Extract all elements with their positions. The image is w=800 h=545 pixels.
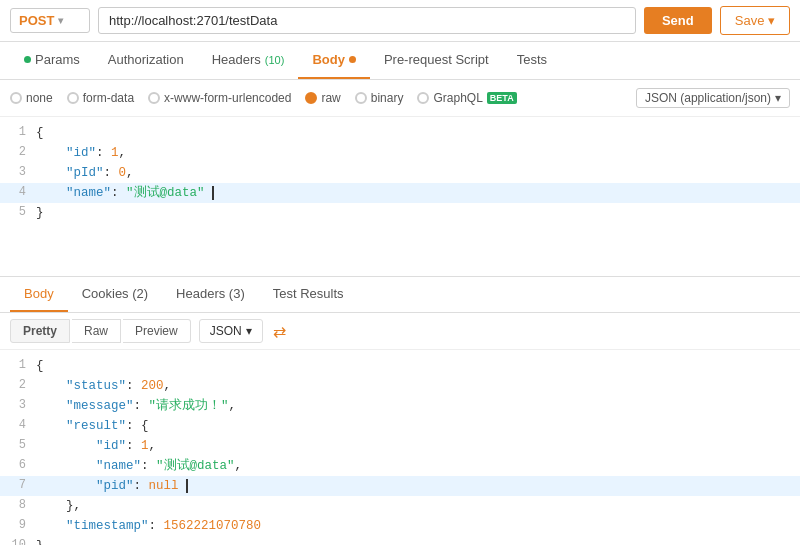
body-type-urlencoded[interactable]: x-www-form-urlencoded — [148, 91, 291, 105]
res-line-6: 6 "name": "测试@data", — [0, 456, 800, 476]
form-data-label: form-data — [83, 91, 134, 105]
graphql-label: GraphQL — [433, 91, 482, 105]
radio-binary — [355, 92, 367, 104]
raw-label: raw — [321, 91, 340, 105]
radio-none — [10, 92, 22, 104]
response-code-area[interactable]: 1 { 2 "status": 200, 3 "message": "请求成功！… — [0, 350, 800, 545]
method-select[interactable]: POST ▾ — [10, 8, 90, 33]
json-type-label: JSON (application/json) — [645, 91, 771, 105]
res-linenum-3: 3 — [0, 396, 36, 415]
tab-tests[interactable]: Tests — [503, 42, 561, 79]
response-tab-cookies[interactable]: Cookies (2) — [68, 277, 162, 312]
request-code-area[interactable]: 1 { 2 "id": 1, 3 "pId": 0, 4 "name": "测试… — [0, 117, 800, 277]
tab-pre-request[interactable]: Pre-request Script — [370, 42, 503, 79]
req-content-5: } — [36, 203, 44, 223]
radio-urlencoded — [148, 92, 160, 104]
res-content-9: "timestamp": 1562221070780 — [36, 516, 261, 536]
req-line-5: 5 } — [0, 203, 800, 223]
body-type-raw[interactable]: raw — [305, 91, 340, 105]
tab-body-label: Body — [312, 52, 345, 67]
res-line-5: 5 "id": 1, — [0, 436, 800, 456]
tab-tests-label: Tests — [517, 52, 547, 67]
body-type-bar: none form-data x-www-form-urlencoded raw… — [0, 80, 800, 117]
body-type-graphql[interactable]: GraphQL BETA — [417, 91, 516, 105]
url-bar: POST ▾ Send Save ▾ — [0, 0, 800, 42]
response-test-results-label: Test Results — [273, 286, 344, 301]
response-tab-test-results[interactable]: Test Results — [259, 277, 358, 312]
response-json-label: JSON — [210, 324, 242, 338]
response-json-dropdown[interactable]: JSON ▾ — [199, 319, 263, 343]
wrap-icon[interactable]: ⇄ — [273, 322, 286, 341]
params-dot — [24, 56, 31, 63]
tab-authorization[interactable]: Authorization — [94, 42, 198, 79]
req-linenum-3: 3 — [0, 163, 36, 182]
req-line-4: 4 "name": "测试@data" — [0, 183, 800, 203]
response-json-chevron-icon: ▾ — [246, 324, 252, 338]
res-content-10: } — [36, 536, 44, 545]
response-tab-body[interactable]: Body — [10, 277, 68, 312]
res-content-8: }, — [36, 496, 81, 516]
res-line-7: 7 "pid": null — [0, 476, 800, 496]
req-line-3: 3 "pId": 0, — [0, 163, 800, 183]
req-linenum-2: 2 — [0, 143, 36, 162]
json-dropdown-chevron-icon: ▾ — [775, 91, 781, 105]
req-line-1: 1 { — [0, 123, 800, 143]
req-linenum-4: 4 — [0, 183, 36, 202]
res-linenum-1: 1 — [0, 356, 36, 375]
radio-raw — [305, 92, 317, 104]
res-content-6: "name": "测试@data", — [36, 456, 242, 476]
method-chevron-icon: ▾ — [58, 15, 63, 26]
preview-button[interactable]: Preview — [123, 319, 191, 343]
tab-params[interactable]: Params — [10, 42, 94, 79]
body-type-binary[interactable]: binary — [355, 91, 404, 105]
response-headers-label: Headers (3) — [176, 286, 245, 301]
tab-body[interactable]: Body — [298, 42, 370, 79]
req-content-4: "name": "测试@data" — [36, 183, 214, 203]
res-content-7: "pid": null — [36, 476, 188, 496]
tab-authorization-label: Authorization — [108, 52, 184, 67]
res-linenum-8: 8 — [0, 496, 36, 515]
res-linenum-2: 2 — [0, 376, 36, 395]
res-content-3: "message": "请求成功！", — [36, 396, 236, 416]
res-line-1: 1 { — [0, 356, 800, 376]
save-button[interactable]: Save ▾ — [720, 6, 790, 35]
response-body-label: Body — [24, 286, 54, 301]
tab-headers-label: Headers — [212, 52, 261, 67]
send-button[interactable]: Send — [644, 7, 712, 34]
res-content-4: "result": { — [36, 416, 149, 436]
res-linenum-4: 4 — [0, 416, 36, 435]
response-tabs: Body Cookies (2) Headers (3) Test Result… — [0, 277, 800, 313]
radio-graphql — [417, 92, 429, 104]
json-type-dropdown[interactable]: JSON (application/json) ▾ — [636, 88, 790, 108]
tab-params-label: Params — [35, 52, 80, 67]
binary-label: binary — [371, 91, 404, 105]
res-content-1: { — [36, 356, 44, 376]
req-content-2: "id": 1, — [36, 143, 126, 163]
res-content-2: "status": 200, — [36, 376, 171, 396]
none-label: none — [26, 91, 53, 105]
req-line-2: 2 "id": 1, — [0, 143, 800, 163]
radio-form-data — [67, 92, 79, 104]
body-type-form-data[interactable]: form-data — [67, 91, 134, 105]
res-line-10: 10 } — [0, 536, 800, 545]
pretty-button[interactable]: Pretty — [10, 319, 70, 343]
res-line-9: 9 "timestamp": 1562221070780 — [0, 516, 800, 536]
response-section: Body Cookies (2) Headers (3) Test Result… — [0, 277, 800, 545]
res-linenum-6: 6 — [0, 456, 36, 475]
response-format-bar: Pretty Raw Preview JSON ▾ ⇄ — [0, 313, 800, 350]
body-type-none[interactable]: none — [10, 91, 53, 105]
method-label: POST — [19, 13, 54, 28]
url-input[interactable] — [98, 7, 636, 34]
raw-button[interactable]: Raw — [72, 319, 121, 343]
tab-pre-request-label: Pre-request Script — [384, 52, 489, 67]
res-line-8: 8 }, — [0, 496, 800, 516]
response-cookies-label: Cookies (2) — [82, 286, 148, 301]
res-line-2: 2 "status": 200, — [0, 376, 800, 396]
res-content-5: "id": 1, — [36, 436, 156, 456]
urlencoded-label: x-www-form-urlencoded — [164, 91, 291, 105]
res-line-3: 3 "message": "请求成功！", — [0, 396, 800, 416]
tab-headers[interactable]: Headers (10) — [198, 42, 299, 79]
res-linenum-9: 9 — [0, 516, 36, 535]
response-tab-headers[interactable]: Headers (3) — [162, 277, 259, 312]
req-linenum-5: 5 — [0, 203, 36, 222]
